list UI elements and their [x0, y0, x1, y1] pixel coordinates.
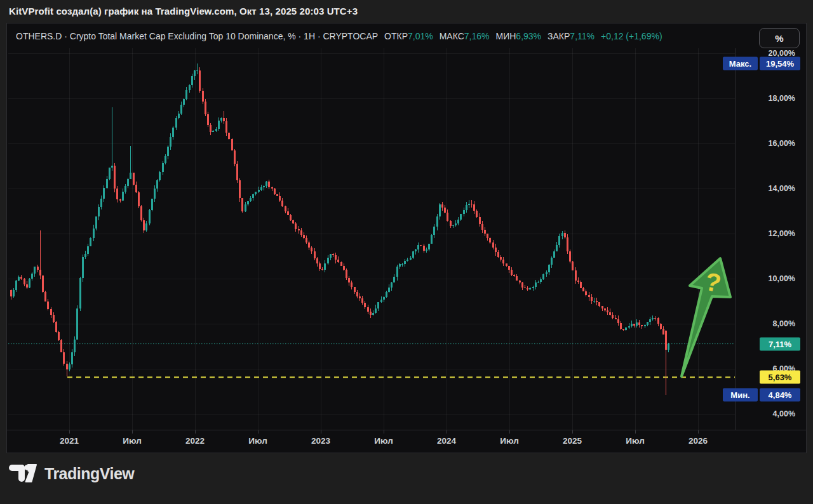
time-tick-mark [132, 430, 133, 434]
tradingview-logo-icon [9, 464, 37, 483]
support-level-badge: 5,63% [760, 371, 800, 384]
change-value: +0,12 (+1,69%) [601, 31, 662, 41]
min-badge-label: Мин. [723, 388, 758, 402]
candlestick-plot[interactable]: ? [8, 48, 735, 430]
time-tick-mark [509, 430, 510, 434]
last-badge-value: 7,11% [760, 337, 800, 350]
symbol-header: OTHERS.D · Crypto Total Market Cap Exclu… [16, 23, 662, 48]
tradingview-logo-text: TradingView [44, 465, 134, 483]
time-tick-label: 2022 [185, 436, 205, 446]
close-label: ЗАКР [548, 31, 570, 41]
candles [10, 63, 670, 395]
time-tick-mark [69, 430, 70, 434]
time-tick-label: Июл [626, 436, 644, 446]
time-tick-label: Июл [248, 436, 267, 446]
close-value: 7,11% [570, 31, 595, 41]
symbol-title: OTHERS.D · Crypto Total Market Cap Exclu… [16, 31, 378, 41]
time-tick-mark [321, 430, 321, 434]
page: KitVProfit создал(а) график на TradingVi… [0, 0, 813, 504]
time-tick-label: 2026 [689, 436, 708, 446]
time-tick-label: 2023 [311, 436, 330, 446]
time-tick-label: 2024 [437, 436, 456, 446]
price-tick-label: 4,00% [773, 409, 795, 418]
percent-scale-button[interactable]: % [759, 28, 800, 48]
time-tick-mark [635, 430, 636, 434]
max-price-badge: Макс. 19,54% [723, 57, 800, 70]
price-axis[interactable]: 20,00%18,00%16,00%14,00%12,00%10,00%8,00… [735, 48, 807, 430]
low-value: 6,93% [516, 31, 541, 41]
time-tick-mark [384, 430, 384, 434]
max-badge-label: Макс. [723, 57, 758, 70]
last-price-badge: 7,11% [760, 337, 800, 350]
time-tick-mark [195, 430, 196, 434]
price-tick-label: 16,00% [769, 139, 795, 148]
level-badge-value: 5,63% [760, 371, 800, 384]
price-tick-label: 8,00% [773, 319, 795, 328]
time-tick-label: 2021 [60, 436, 79, 446]
time-tick-label: Июл [500, 436, 518, 446]
min-price-badge: Мин. 4,84% [723, 388, 800, 402]
open-label: ОТКР [384, 31, 408, 41]
time-tick-mark [447, 430, 447, 434]
gridlines [8, 48, 735, 430]
price-tick-label: 12,00% [769, 229, 795, 238]
low-label: МИН [496, 31, 516, 41]
tradingview-logo[interactable]: TradingView [9, 464, 134, 483]
time-tick-mark [698, 430, 699, 434]
time-tick-label: 2025 [563, 436, 582, 446]
price-tick-label: 18,00% [769, 94, 795, 103]
open-value: 7,01% [408, 31, 433, 41]
time-tick-mark [258, 430, 259, 434]
time-axis[interactable]: 2021Июл2022Июл2023Июл2024Июл2025Июл2026 [7, 430, 806, 454]
min-badge-value: 4,84% [760, 388, 800, 402]
price-tick-label: 14,00% [769, 184, 795, 193]
attribution-text: KitVProfit создал(а) график на TradingVi… [9, 6, 358, 17]
chart-card: OTHERS.D · Crypto Total Market Cap Exclu… [6, 23, 807, 453]
time-tick-label: Июл [374, 436, 393, 446]
time-tick-mark [572, 430, 573, 434]
high-value: 7,16% [464, 31, 490, 41]
arrow-annotation[interactable]: ? [682, 258, 730, 376]
high-label: МАКС [440, 31, 464, 41]
max-badge-value: 19,54% [760, 57, 800, 70]
time-tick-label: Июл [123, 436, 141, 446]
price-tick-label: 10,00% [769, 274, 795, 283]
